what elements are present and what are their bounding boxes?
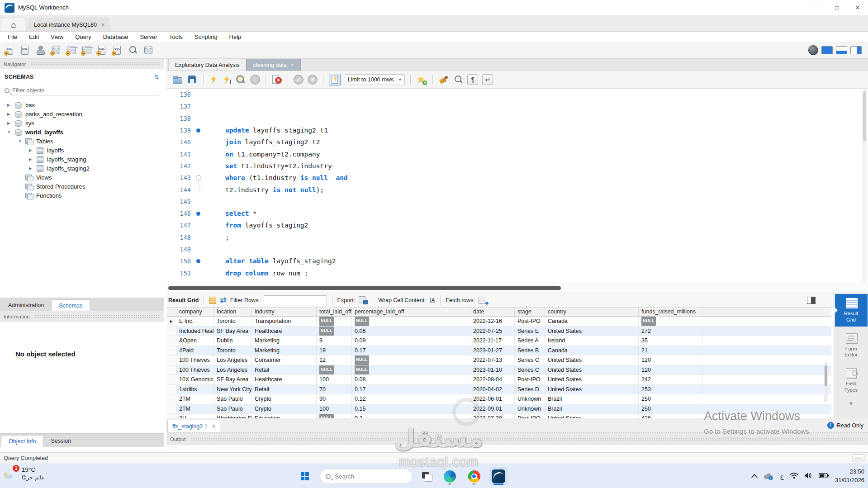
- table-row[interactable]: ▶E Inc.TorontoTransportationNULLNULL2022…: [166, 317, 831, 327]
- table-cell[interactable]: 0.06: [352, 327, 470, 336]
- wifi-icon[interactable]: [790, 472, 798, 480]
- sidebar-field-types[interactable]: FieldTypes: [835, 364, 868, 397]
- table-cell[interactable]: Included Health: [176, 327, 214, 336]
- table-cell[interactable]: 70: [317, 385, 352, 394]
- create-schema-icon[interactable]: +: [50, 45, 62, 56]
- table-cell[interactable]: 2022-11-17: [470, 336, 515, 346]
- table-cell[interactable]: Toronto: [214, 317, 252, 326]
- table-cell[interactable]: Sao Paulo: [214, 404, 252, 414]
- table-cell[interactable]: 0.15: [352, 404, 470, 414]
- table-cell[interactable]: United States: [545, 365, 639, 375]
- open-sql-script-icon[interactable]: [19, 45, 31, 56]
- table-cell[interactable]: 250: [639, 404, 702, 414]
- menu-tools[interactable]: Tools: [163, 33, 189, 41]
- open-folder-icon[interactable]: [172, 74, 183, 85]
- table-cell[interactable]: 0.2: [352, 414, 470, 418]
- menu-query[interactable]: Query: [69, 33, 97, 41]
- maximize-button[interactable]: □: [826, 0, 847, 15]
- table-cell[interactable]: 100 Thieves: [176, 355, 214, 365]
- table-cell[interactable]: 21: [639, 346, 702, 355]
- export-results-icon[interactable]: [359, 296, 368, 304]
- table-cell[interactable]: Education: [252, 414, 317, 418]
- column-header-country[interactable]: country: [545, 308, 639, 316]
- clock[interactable]: 23:50 31/01/2026: [835, 468, 864, 485]
- menu-file[interactable]: File: [2, 33, 23, 41]
- menu-database[interactable]: Database: [97, 33, 134, 41]
- table-cell[interactable]: Los Angeles: [214, 355, 252, 365]
- table-cell[interactable]: NULL: [352, 365, 470, 375]
- tab-schemas[interactable]: Schemas: [51, 299, 90, 311]
- tree-expand-icon[interactable]: ▶: [7, 121, 14, 125]
- table-row[interactable]: 10X GenomicsSF Bay AreaHealthcare1000.08…: [166, 375, 831, 385]
- tree-expand-icon[interactable]: ▶: [29, 148, 36, 152]
- table-cell[interactable]: Toronto: [214, 346, 252, 355]
- table-row[interactable]: 1stdibsNew York CityRetail700.172020-04-…: [166, 385, 831, 395]
- tree-expand-icon[interactable]: ▶: [7, 103, 14, 107]
- table-cell[interactable]: NULL: [317, 414, 352, 418]
- table-cell[interactable]: 1stdibs: [176, 385, 214, 394]
- table-cell[interactable]: NULL: [317, 365, 352, 375]
- table-cell[interactable]: 120: [639, 355, 702, 365]
- grid-vertical-scrollbar[interactable]: [824, 362, 828, 403]
- tree-item-functions[interactable]: Functions: [0, 191, 164, 200]
- table-row[interactable]: &OpenDublinMarketing90.092022-11-17Serie…: [166, 336, 831, 346]
- refresh-schemas-icon[interactable]: ⇄: [153, 75, 160, 80]
- table-cell[interactable]: 12: [317, 355, 352, 365]
- log-icon[interactable]: [853, 455, 864, 462]
- table-cell[interactable]: 100 Thieves: [176, 365, 214, 375]
- table-cell[interactable]: 10X Genomics: [176, 375, 214, 384]
- table-cell[interactable]: 272: [639, 327, 702, 336]
- table-cell[interactable]: Canada: [545, 346, 639, 355]
- table-cell[interactable]: United States: [545, 414, 639, 418]
- menu-view[interactable]: View: [45, 33, 69, 41]
- table-cell[interactable]: 2023-07-30: [470, 414, 515, 418]
- search-data-icon[interactable]: [127, 45, 138, 56]
- create-table-icon[interactable]: +: [65, 45, 77, 56]
- table-cell[interactable]: 2022-12-16: [470, 317, 515, 326]
- table-cell[interactable]: Healthcare: [252, 327, 317, 336]
- table-cell[interactable]: 0.17: [352, 346, 470, 355]
- taskbar-search[interactable]: [320, 469, 413, 484]
- table-cell[interactable]: Series C: [515, 355, 545, 365]
- table-cell[interactable]: Series C: [515, 365, 545, 375]
- column-header-industry[interactable]: industry: [252, 308, 317, 316]
- table-cell[interactable]: Post-IPO: [515, 375, 545, 384]
- table-cell[interactable]: 0.09: [352, 336, 470, 346]
- table-cell[interactable]: 9: [317, 336, 352, 346]
- start-button[interactable]: [296, 468, 313, 485]
- editor-vertical-scrollbar[interactable]: [862, 89, 867, 283]
- toggle-output-area-icon[interactable]: [836, 46, 847, 54]
- table-cell[interactable]: Unknown: [515, 404, 545, 414]
- create-view-icon[interactable]: +: [81, 45, 92, 56]
- table-cell[interactable]: 426: [639, 414, 702, 418]
- table-cell[interactable]: &Open: [176, 336, 214, 346]
- table-cell[interactable]: United States: [545, 355, 639, 365]
- column-header-stage[interactable]: stage: [515, 308, 545, 316]
- task-view-button[interactable]: [419, 469, 434, 484]
- table-cell[interactable]: Series A: [515, 336, 545, 346]
- tree-item-bas[interactable]: ▶bas: [0, 100, 164, 109]
- status-globe-icon[interactable]: [808, 45, 818, 55]
- table-row[interactable]: 2TMSao PauloCrypto1000.152022-09-01Unkno…: [166, 404, 831, 414]
- table-cell[interactable]: 120: [639, 365, 702, 375]
- collapse-grid-panel-icon[interactable]: [807, 297, 816, 304]
- table-cell[interactable]: NULL: [317, 327, 352, 336]
- create-function-icon[interactable]: +: [111, 45, 123, 56]
- tree-item-sys[interactable]: ▶sys: [0, 118, 164, 128]
- table-cell[interactable]: Unknown: [515, 394, 545, 404]
- toggle-right-sidebar-icon[interactable]: [850, 46, 862, 54]
- table-cell[interactable]: Retail: [252, 385, 317, 394]
- tree-item-parks-and-recreation[interactable]: ▶parks_and_recreation: [0, 109, 164, 118]
- table-cell[interactable]: 250: [639, 394, 702, 404]
- table-cell[interactable]: Brazil: [545, 404, 639, 414]
- tree-item-layoffs-staging[interactable]: ▶layoffs_staging: [0, 155, 164, 164]
- menu-server[interactable]: Server: [134, 33, 163, 41]
- table-row[interactable]: 2TMSao PauloCrypto900.122022-06-01Unknow…: [166, 394, 831, 404]
- table-cell[interactable]: Post-IPO: [515, 414, 545, 418]
- table-row[interactable]: #PaidTorontoMarketing190.172023-01-27Ser…: [166, 346, 831, 356]
- taskbar-edge-app[interactable]: [441, 467, 459, 485]
- tree-expand-icon[interactable]: ▼: [7, 130, 14, 134]
- table-cell[interactable]: Post-IPO: [515, 317, 545, 326]
- tab-session[interactable]: Session: [43, 435, 78, 447]
- table-row[interactable]: Included HealthSF Bay AreaHealthcareNULL…: [166, 327, 831, 336]
